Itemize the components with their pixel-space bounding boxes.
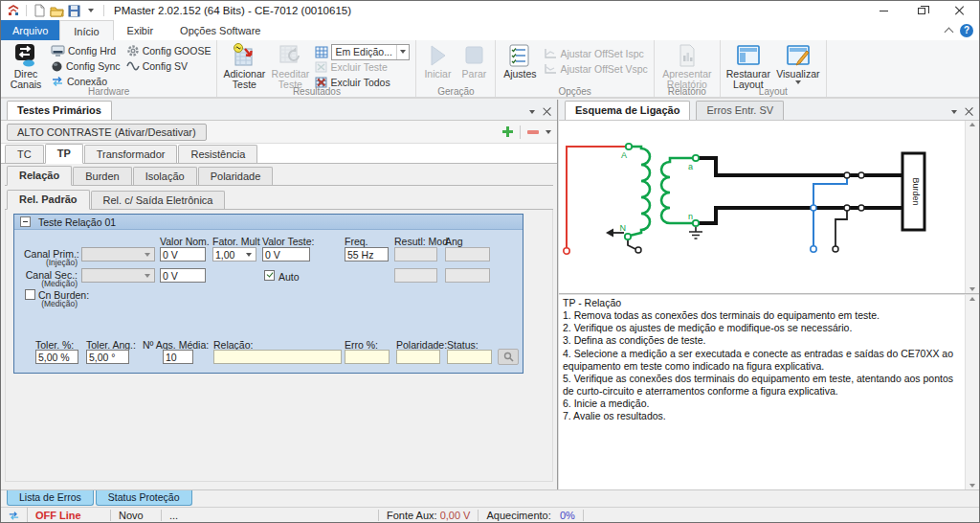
tab-relacao[interactable]: Relação [7,166,72,186]
valor-teste-input[interactable]: 0 V [262,247,310,262]
remove-test-caret-icon[interactable] [546,130,551,134]
ajustes-button[interactable]: Ajustes [499,41,541,80]
direc-canais-button[interactable]: Direc Canais [4,41,48,91]
aquecimento-label: Aquecimento: [486,510,550,521]
collapse-ribbon-icon[interactable] [945,27,954,36]
n-tail-wire [628,239,635,249]
blue-terminal [811,246,816,252]
sec-valor-nom-input[interactable]: 0 V [160,268,206,283]
group-relatorio: Apresentar Relatório Relatório [655,40,721,97]
instructions-scrollbar[interactable] [965,295,979,489]
restaurar-layout-button[interactable]: Restaurar Layout [724,41,773,91]
group-label-layout: Layout [721,86,826,97]
config-sv-button[interactable]: Config SV [123,58,214,74]
canal-sec-select[interactable] [81,268,155,283]
scroll-up-icon[interactable] [969,297,975,301]
tab-testes-primarios[interactable]: Testes Primários [7,101,112,120]
apresentar-relatorio-button[interactable]: Apresentar Relatório [657,41,717,91]
tab-transformador[interactable]: Transformador [84,145,178,163]
canal-prim-select[interactable] [81,247,155,262]
toler-ang-input[interactable]: 5,00 ° [86,350,129,364]
group-label-relatorio: Relatório [655,86,720,97]
tab-erros-entr-sv[interactable]: Erros Entr. SV [696,101,784,120]
ajustar-offset-ispc-button[interactable]: Ajustar OffSet Ispc [541,46,650,61]
inspect-button[interactable] [498,349,519,365]
result-ang-sec-field [445,268,490,283]
scroll-down-icon[interactable] [969,287,975,291]
parar-button[interactable]: Parar [456,41,492,80]
tab-opcoes-software[interactable]: Opções Software [167,20,274,40]
reedit-test-icon [278,43,302,68]
new-file-icon[interactable] [31,2,48,19]
tab-arquivo[interactable]: Arquivo [1,20,59,40]
left-panel-toolbar: ALTO CONTRASTE (Ativar/Desativar) [1,121,557,144]
fator-mult-select[interactable]: 1,00 [212,247,256,262]
left-panel-close-icon[interactable] [543,107,551,116]
left-panel-menu-icon[interactable] [529,110,535,114]
toler-input[interactable]: 5,00 % [35,350,78,364]
iniciar-button[interactable]: Iniciar [419,41,456,80]
tp-subtabs: Relação Burden Isolação Polaridade [5,167,553,186]
titlebar: PMaster 2.02.152 (64 Bits) - CE-7012 (00… [1,1,979,20]
reeditar-teste-button[interactable]: Reeditar Teste [268,41,312,91]
config-sync-button[interactable]: Config Sync [48,58,123,74]
config-hrd-button[interactable]: Config Hrd [48,43,123,58]
restore-button[interactable] [902,1,941,20]
canal-sec-sublabel: (Medição) [24,279,78,288]
help-icon[interactable]: ? [960,24,973,37]
minimize-button[interactable] [864,1,902,20]
tab-isolacao[interactable]: Isolação [133,167,197,185]
blue-junction [811,205,816,211]
right-panel-menu-icon[interactable] [951,110,957,114]
adicionar-teste-button[interactable]: Adicionar Teste [220,41,268,91]
scroll-up-icon[interactable] [969,123,975,126]
alto-contraste-button[interactable]: ALTO CONTRASTE (Ativar/Desativar) [7,124,207,141]
teste-relacao-header[interactable]: Teste Relação 01 [14,215,523,230]
right-panel-close-icon[interactable] [965,107,973,116]
tab-resistencia[interactable]: Resistência [178,145,257,163]
visualizar-button[interactable]: Visualizar [773,41,823,84]
scroll-down-icon[interactable] [969,484,975,488]
tab-polaridade[interactable]: Polaridade [198,167,274,185]
collapse-test-icon[interactable] [20,216,31,227]
window-title: PMaster 2.02.152 (64 Bits) - CE-7012 (00… [114,5,351,16]
col-result-mod: Resutl: Mod [394,236,448,247]
tab-rel-saida-eletronica[interactable]: Rel. c/ Saída Eletrônica [91,191,226,209]
result-ang-prim-field [445,247,490,262]
prim-valor-nom-input[interactable]: 0 V [160,247,206,262]
ajustar-offset-vspc-button[interactable]: Ajustar OffSet Vspc [541,61,650,77]
tab-burden[interactable]: Burden [73,167,131,185]
cn-burden-checkbox[interactable] [25,289,35,300]
add-test-plus-icon[interactable] [502,126,513,137]
quick-access-caret-icon[interactable] [82,2,100,19]
tab-rel-padrao[interactable]: Rel. Padrão [7,190,90,210]
tab-lista-de-erros[interactable]: Lista de Erros [7,490,94,506]
save-icon[interactable] [65,2,82,19]
freq-input[interactable]: 55 Hz [345,247,389,262]
play-icon [426,43,449,68]
config-goose-button[interactable]: Config GOOSE [123,43,214,58]
fonte-aux-label: Fonte Aux: [387,510,437,521]
group-opcoes: Ajustes Ajustar OffSet Ispc Ajustar OffS… [496,40,654,97]
excluir-teste-button[interactable]: Excluir Teste [312,59,412,75]
aquecimento-cell: Aquecimento: 0% [479,508,582,523]
diagram-scrollbar[interactable] [965,121,979,293]
tp-page: Relação Burden Isolação Polaridade Rel. … [1,164,557,489]
close-button[interactable] [941,1,979,20]
col-fator-mult: Fator. Mult [212,236,260,247]
open-folder-icon[interactable] [48,2,65,19]
visualizar-caret-icon[interactable] [795,80,801,84]
tab-tc[interactable]: TC [5,145,44,163]
label-n: n [688,212,693,221]
edition-state-combo[interactable]: Em Edição... [331,44,410,60]
tab-exibir[interactable]: Exibir [114,20,167,40]
group-layout: Restaurar Layout Visualizar Layout [721,40,827,97]
tab-inicio[interactable]: Início [59,20,113,40]
instructions-text: TP - Relação 1. Remova todas as conexões… [559,295,965,489]
tab-status-protecao[interactable]: Status Proteção [96,490,192,506]
aqs-media-input[interactable]: 10 [163,350,193,364]
tab-esquema-ligacao[interactable]: Esquema de Ligação [565,101,690,120]
auto-checkbox[interactable] [264,270,275,281]
tab-tp[interactable]: TP [45,144,83,164]
remove-test-minus-icon[interactable] [527,130,539,134]
